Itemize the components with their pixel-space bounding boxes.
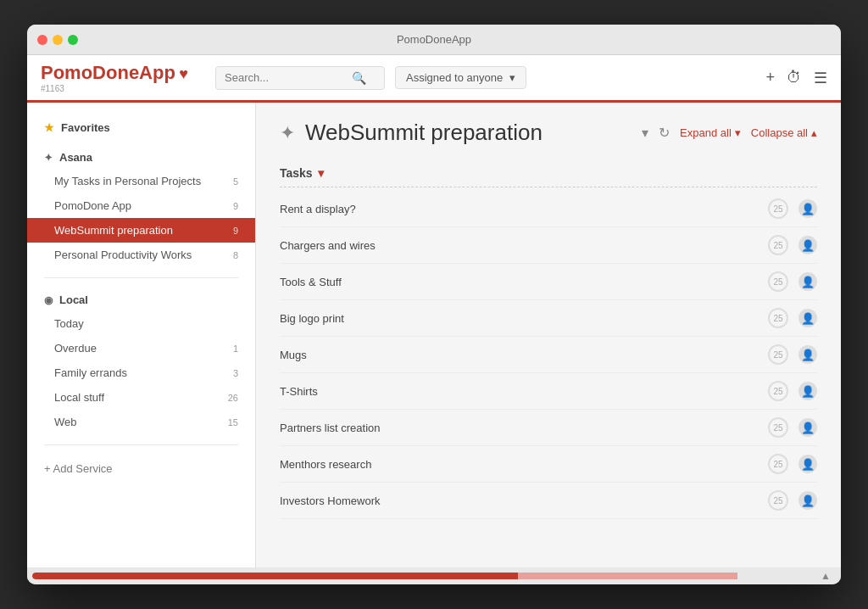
progress-bar-container: ▲ <box>27 567 841 584</box>
task-row: Tools & Stuff 25 👤 <box>280 264 817 300</box>
sidebar-item-label: Personal Productivity Works <box>54 249 192 261</box>
logo: PomoDoneApp ♥ <box>41 62 188 84</box>
favorites-label: Favorites <box>61 121 110 134</box>
assign-label: Assigned to anyone <box>406 71 503 84</box>
task-avatar: 👤 <box>798 455 817 473</box>
task-row: Menthors research 25 👤 <box>280 446 817 483</box>
logo-subtitle: #1163 <box>41 84 188 93</box>
task-badge: 25 <box>768 198 788 219</box>
tasks-section: Tasks ▾ Rent a display? 25 👤 Chargers an… <box>256 159 841 519</box>
task-row: Mugs 25 👤 <box>280 337 817 373</box>
timer-button[interactable]: ⏱ <box>787 69 802 87</box>
expand-chevron-icon: ▾ <box>735 126 741 139</box>
task-row: Big logo print 25 👤 <box>280 300 817 337</box>
main-content: ★ Favorites ✦ Asana My Tasks in Personal… <box>27 103 841 567</box>
task-badge: 25 <box>768 308 788 328</box>
sidebar-item-badge: 15 <box>228 417 238 427</box>
tasks-header: Tasks ▾ <box>280 159 817 187</box>
task-badge: 25 <box>768 490 788 511</box>
menu-button[interactable]: ☰ <box>814 69 827 87</box>
logo-icon: ♥ <box>179 65 188 82</box>
add-service-button[interactable]: + Add Service <box>27 455 255 482</box>
add-button[interactable]: + <box>765 69 775 87</box>
sidebar-item-label: WebSummit preparation <box>54 224 173 237</box>
sidebar-item-badge: 1 <box>233 344 238 354</box>
task-badge: 25 <box>768 235 788 255</box>
task-name: Big logo print <box>280 312 758 325</box>
task-avatar: 👤 <box>798 236 817 254</box>
hamburger-icon: ☰ <box>814 70 827 87</box>
sidebar-item-label: My Tasks in Personal Projects <box>54 175 201 187</box>
sidebar-divider <box>44 277 238 278</box>
progress-fill <box>32 573 518 579</box>
task-name: Rent a display? <box>280 203 758 215</box>
chevron-down-icon: ▾ <box>509 71 515 84</box>
app-window: PomoDoneApp PomoDoneApp ♥ #1163 🔍 Assign… <box>27 25 841 584</box>
sidebar-item-badge: 3 <box>233 368 238 378</box>
task-name: T-Shirts <box>280 385 758 398</box>
window-title: PomoDoneApp <box>397 33 471 46</box>
project-icon: ✦ <box>280 122 295 144</box>
sidebar-item-local-stuff[interactable]: Local stuff 26 <box>27 385 255 410</box>
content-header: ✦ WebSummit preparation ▾ ↻ Expand all ▾… <box>256 103 841 159</box>
task-badge: 25 <box>768 381 788 401</box>
task-badge: 25 <box>768 344 788 365</box>
progress-fill-light <box>518 573 737 579</box>
sidebar-item-my-tasks[interactable]: My Tasks in Personal Projects 5 <box>27 169 255 193</box>
logo-text: PomoDoneApp <box>41 62 175 83</box>
asana-icon: ✦ <box>44 152 53 164</box>
task-avatar: 👤 <box>798 345 817 364</box>
task-avatar: 👤 <box>798 199 817 218</box>
sidebar-item-badge: 26 <box>228 393 238 403</box>
sidebar-item-websummit[interactable]: WebSummit preparation 9 <box>27 218 255 243</box>
sidebar-item-pomudone[interactable]: PomoDone App 9 <box>27 193 255 218</box>
content-area: ✦ WebSummit preparation ▾ ↻ Expand all ▾… <box>256 103 841 567</box>
task-name: Chargers and wires <box>280 239 758 252</box>
header-actions: + ⏱ ☰ <box>765 69 827 87</box>
window-controls <box>37 35 78 45</box>
content-header-actions: ▾ ↻ Expand all ▾ Collapse all ▴ <box>642 125 817 141</box>
app-header: PomoDoneApp ♥ #1163 🔍 Assigned to anyone… <box>27 55 841 103</box>
sidebar-item-overdue[interactable]: Overdue 1 <box>27 336 255 360</box>
star-icon: ★ <box>44 121 54 134</box>
sidebar-item-web[interactable]: Web 15 <box>27 410 255 434</box>
scroll-up-button[interactable]: ▲ <box>815 570 836 582</box>
sidebar-item-label: Today <box>54 317 84 330</box>
minimize-button[interactable] <box>53 35 63 45</box>
sidebar-item-badge: 8 <box>233 250 238 260</box>
chevron-down-button[interactable]: ▾ <box>642 125 648 141</box>
logo-area: PomoDoneApp ♥ #1163 <box>41 62 188 93</box>
task-avatar: 👤 <box>798 491 817 510</box>
assign-dropdown[interactable]: Assigned to anyone ▾ <box>395 66 526 89</box>
task-row: T-Shirts 25 👤 <box>280 373 817 410</box>
sidebar-item-productivity[interactable]: Personal Productivity Works 8 <box>27 243 255 267</box>
local-section: ◉ Local Today Overdue 1 Family errands 3… <box>27 288 255 434</box>
task-row: Investors Homework 25 👤 <box>280 483 817 519</box>
expand-all-label: Expand all <box>680 126 732 139</box>
sidebar-item-family-errands[interactable]: Family errands 3 <box>27 360 255 385</box>
task-avatar: 👤 <box>798 272 817 291</box>
maximize-button[interactable] <box>68 35 78 45</box>
local-icon: ◉ <box>44 294 53 306</box>
close-button[interactable] <box>37 35 47 45</box>
task-avatar: 👤 <box>798 309 817 327</box>
sidebar-item-today[interactable]: Today <box>27 311 255 336</box>
sidebar-item-label: PomoDone App <box>54 199 131 212</box>
expand-all-button[interactable]: Expand all ▾ <box>680 126 741 139</box>
task-name: Partners list creation <box>280 422 758 434</box>
asana-label: Asana <box>59 151 92 164</box>
favorites-section: ★ Favorites <box>27 116 255 139</box>
sidebar-item-label: Web <box>54 416 77 428</box>
tasks-label: Tasks <box>280 166 313 180</box>
asana-header: ✦ Asana <box>27 146 255 169</box>
asana-section: ✦ Asana My Tasks in Personal Projects 5 … <box>27 146 255 267</box>
favorites-header: ★ Favorites <box>27 116 255 139</box>
sidebar: ★ Favorites ✦ Asana My Tasks in Personal… <box>27 103 256 567</box>
refresh-button[interactable]: ↻ <box>659 125 670 141</box>
task-name: Menthors research <box>280 458 758 471</box>
collapse-all-button[interactable]: Collapse all ▴ <box>751 126 817 139</box>
search-bar[interactable]: 🔍 <box>215 66 385 90</box>
local-label: Local <box>59 293 88 306</box>
search-input[interactable] <box>225 71 352 84</box>
collapse-all-label: Collapse all <box>751 126 808 139</box>
